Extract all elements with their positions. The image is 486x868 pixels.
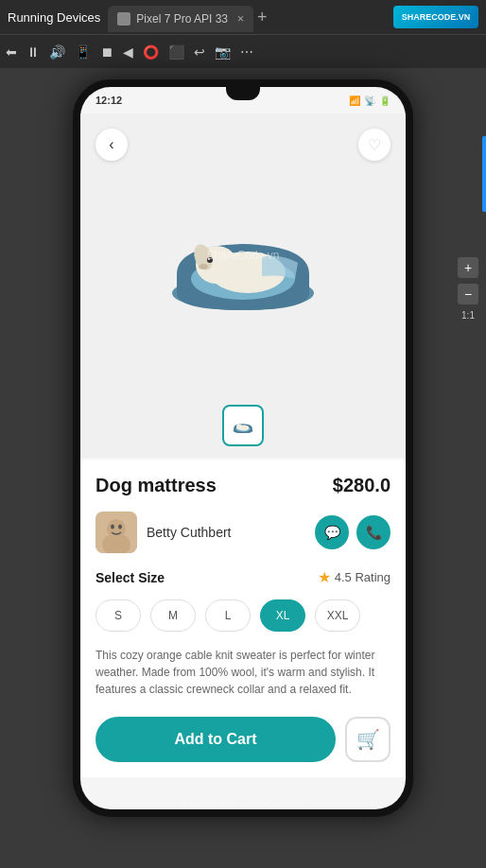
product-name: Dog mattress xyxy=(95,475,217,496)
phone-frame: 12:12 📶 📡 🔋 ‹ ♡ xyxy=(73,79,413,817)
rating-area: ★ 4.5 Rating xyxy=(318,568,391,586)
add-to-cart-button[interactable]: Add to Cart xyxy=(95,717,336,762)
wifi-icon: 📡 xyxy=(364,95,375,106)
product-description: This cozy orange cable knit sweater is p… xyxy=(95,647,391,698)
phone-content: ‹ ♡ xyxy=(80,113,406,809)
toolbar-icon-rotate[interactable]: 📱 xyxy=(75,44,91,60)
cart-icon: 🛒 xyxy=(356,728,380,751)
minus-icon: − xyxy=(464,286,472,302)
star-icon: ★ xyxy=(318,568,331,586)
toolbar-icon-camera[interactable]: 📷 xyxy=(215,44,231,60)
signal-icon: 📶 xyxy=(349,95,360,106)
thumbnail-1[interactable] xyxy=(222,405,264,446)
tab-area: Pixel 7 Pro API 33 × + xyxy=(108,0,386,34)
favorite-button[interactable]: ♡ xyxy=(358,129,391,161)
status-time: 12:12 xyxy=(95,95,122,106)
message-button[interactable]: 💬 xyxy=(315,515,349,549)
seller-avatar xyxy=(95,512,137,553)
phone-wrapper: 12:12 📶 📡 🔋 ‹ ♡ xyxy=(0,68,486,817)
tab-label: Pixel 7 Pro API 33 xyxy=(136,12,228,26)
chat-icon: 💬 xyxy=(324,525,340,540)
toolbar-icon-prev[interactable]: ◀ xyxy=(123,44,133,60)
svg-point-15 xyxy=(111,525,114,529)
size-l-button[interactable]: L xyxy=(205,599,251,632)
chevron-left-icon: ‹ xyxy=(109,136,113,153)
toolbar-icon-back[interactable]: ⬅ xyxy=(6,44,17,60)
phone-icon: 📞 xyxy=(366,525,382,540)
size-s-button[interactable]: S xyxy=(95,599,141,632)
image-section: ‹ ♡ xyxy=(80,113,406,397)
sharecode-logo: SHARECODE.VN xyxy=(393,6,478,28)
cart-row: Add to Cart 🛒 xyxy=(95,717,391,762)
tab-close-button[interactable]: × xyxy=(237,12,244,26)
right-controls: + − 1:1 xyxy=(458,257,478,321)
size-label: Select Size xyxy=(95,570,165,585)
status-icons: 📶 📡 🔋 xyxy=(349,95,391,106)
seller-row: Betty Cuthbert 💬 📞 xyxy=(95,512,391,553)
size-xl-button[interactable]: XL xyxy=(260,599,305,632)
product-header: Dog mattress $280.0 xyxy=(95,475,391,496)
toolbar-icon-undo[interactable]: ↩ xyxy=(194,44,205,60)
toolbar: ⬅ ⏸ 🔊 📱 ⏹ ◀ ⭕ ⬛ ↩ 📷 ⋯ xyxy=(0,34,486,68)
heart-icon: ♡ xyxy=(368,136,381,154)
toolbar-icon-stop[interactable]: ⏹ xyxy=(100,44,113,60)
size-xxl-button[interactable]: XXL xyxy=(315,599,360,632)
product-image xyxy=(148,189,338,321)
notch xyxy=(226,87,260,100)
size-rating-row: Select Size ★ 4.5 Rating xyxy=(95,568,391,586)
zoom-in-button[interactable]: + xyxy=(458,257,478,278)
seller-actions: 💬 📞 xyxy=(315,515,391,549)
svg-point-16 xyxy=(118,525,122,529)
tab-add-button[interactable]: + xyxy=(257,8,268,27)
toolbar-icon-home[interactable]: ⭕ xyxy=(143,44,159,60)
battery-icon: 🔋 xyxy=(379,95,391,106)
product-info: Dog mattress $280.0 xyxy=(80,460,406,777)
tab-device-icon xyxy=(117,12,130,26)
back-button[interactable]: ‹ xyxy=(95,129,128,161)
toolbar-icon-recent[interactable]: ⬛ xyxy=(168,44,184,60)
status-bar: 12:12 📶 📡 🔋 xyxy=(80,87,406,113)
size-m-button[interactable]: M xyxy=(150,599,196,632)
seller-info: Betty Cuthbert xyxy=(95,512,232,553)
toolbar-icon-sound[interactable]: 🔊 xyxy=(49,44,65,60)
zoom-out-button[interactable]: − xyxy=(458,284,478,304)
rating-text: 4.5 Rating xyxy=(335,570,391,584)
svg-point-7 xyxy=(208,258,210,260)
cart-icon-button[interactable]: 🛒 xyxy=(345,717,391,762)
logo-area: SHARECODE.VN xyxy=(393,6,478,28)
plus-icon: + xyxy=(464,260,472,275)
svg-point-11 xyxy=(236,425,242,430)
svg-point-5 xyxy=(199,264,208,269)
seller-name: Betty Cuthbert xyxy=(147,525,232,540)
top-bar: Running Devices Pixel 7 Pro API 33 × + S… xyxy=(0,0,486,34)
size-buttons: S M L XL XXL xyxy=(95,599,391,632)
phone-area: 12:12 📶 📡 🔋 ‹ ♡ xyxy=(0,68,486,817)
call-button[interactable]: 📞 xyxy=(356,515,391,549)
thumbnail-strip xyxy=(80,397,406,458)
svg-point-6 xyxy=(207,257,213,263)
scroll-indicator xyxy=(482,136,486,212)
app-title: Running Devices xyxy=(8,10,100,25)
product-price: $280.0 xyxy=(333,475,391,496)
toolbar-icon-more[interactable]: ⋯ xyxy=(240,44,253,60)
zoom-level: 1:1 xyxy=(458,310,478,321)
tab-item[interactable]: Pixel 7 Pro API 33 × xyxy=(108,6,253,32)
toolbar-icon-pause[interactable]: ⏸ xyxy=(26,44,40,60)
